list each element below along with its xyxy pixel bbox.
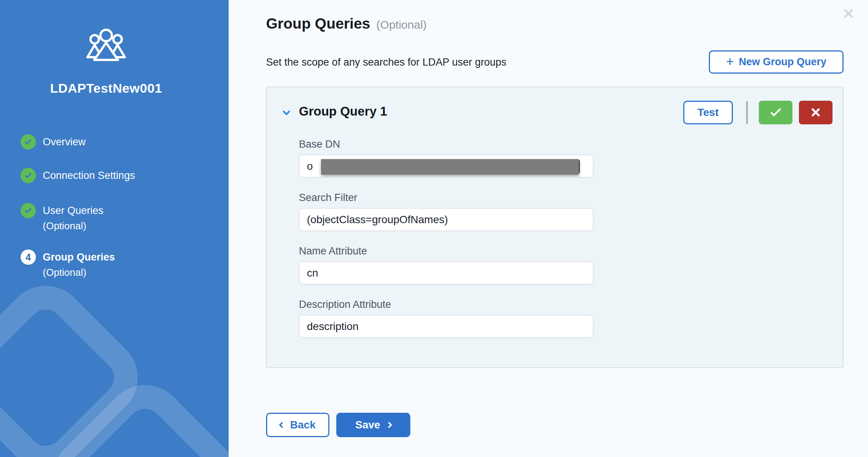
delete-button[interactable] (799, 101, 833, 124)
base-dn-visible-value: o (307, 160, 313, 172)
test-button-label: Test (697, 106, 719, 119)
x-icon (810, 107, 821, 118)
search-filter-value: (objectClass=groupOfNames) (307, 214, 448, 226)
ldap-wizard-window: LDAPTestNew001 Overview Connection Setti… (0, 0, 868, 457)
group-query-title: Group Query 1 (299, 104, 387, 119)
field-base-dn: Base DN o , , , , (299, 138, 594, 178)
back-button-label: Back (290, 419, 316, 431)
page-title: Group Queries (266, 15, 370, 32)
connection-name-title: LDAPTestNew001 (0, 81, 212, 96)
step-complete-icon (21, 134, 36, 150)
test-button[interactable]: Test (683, 101, 733, 124)
group-people-icon (0, 27, 212, 67)
sidebar-step-overview[interactable]: Overview (21, 134, 86, 150)
description-attribute-input[interactable]: description (299, 315, 594, 338)
step-number-badge: 4 (21, 249, 36, 265)
chevron-down-icon[interactable] (284, 109, 289, 116)
step-label: Connection Settings (43, 168, 135, 183)
search-filter-label: Search Filter (299, 192, 594, 204)
search-filter-input[interactable]: (objectClass=groupOfNames) (299, 208, 594, 231)
step-complete-icon (21, 168, 36, 183)
step-label: User Queries (43, 203, 103, 218)
step-complete-icon (21, 203, 36, 218)
name-attribute-value: cn (307, 267, 318, 279)
sidebar-step-user-queries[interactable]: User Queries (Optional) (21, 203, 103, 233)
name-attribute-input[interactable]: cn (299, 261, 594, 285)
check-icon (770, 106, 781, 116)
confirm-button[interactable] (759, 101, 792, 124)
page-title-optional: (Optional) (376, 18, 427, 31)
chevron-left-icon (279, 422, 286, 428)
step-label: Overview (43, 134, 86, 150)
group-query-card: Group Query 1 Test Base DN o , , , , (266, 87, 844, 368)
save-button[interactable]: Save (336, 413, 410, 437)
field-name-attribute: Name Attribute cn (299, 245, 594, 285)
close-icon[interactable] (841, 6, 856, 21)
base-dn-label: Base DN (299, 138, 594, 150)
save-button-label: Save (355, 419, 380, 431)
sidebar-step-group-queries[interactable]: 4 Group Queries (Optional) (21, 249, 115, 279)
field-description-attribute: Description Attribute description (299, 299, 594, 338)
button-divider (746, 101, 748, 124)
chevron-right-icon (386, 422, 392, 428)
field-search-filter: Search Filter (objectClass=groupOfNames) (299, 192, 594, 231)
sidebar-step-connection-settings[interactable]: Connection Settings (21, 168, 135, 183)
new-group-query-label: New Group Query (739, 56, 826, 68)
step-optional-label: (Optional) (43, 219, 103, 233)
description-attribute-label: Description Attribute (299, 299, 594, 311)
name-attribute-label: Name Attribute (299, 245, 594, 257)
back-button[interactable]: Back (266, 413, 329, 437)
plus-icon: + (726, 56, 734, 67)
step-optional-label: (Optional) (43, 266, 115, 279)
brand-watermark-icon (0, 263, 229, 457)
description-attribute-value: description (307, 320, 358, 333)
page-title-row: Group Queries (Optional) (266, 15, 427, 32)
step-label: Group Queries (43, 249, 115, 265)
base-dn-input[interactable]: o , , , , (299, 154, 594, 178)
redaction-bar (321, 159, 579, 175)
page-subtitle: Set the scope of any searches for LDAP u… (266, 56, 507, 68)
new-group-query-button[interactable]: + New Group Query (709, 50, 844, 74)
wizard-sidebar: LDAPTestNew001 Overview Connection Setti… (0, 0, 229, 457)
